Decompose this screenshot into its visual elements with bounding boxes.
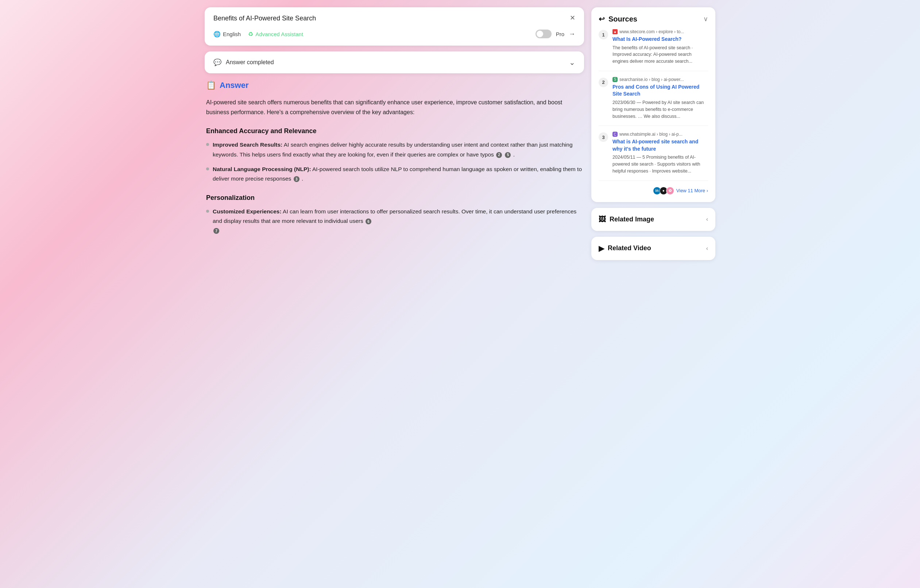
source-link-2[interactable]: Pros and Cons of Using AI Powered Site S… [612,84,708,98]
citation-3: 3 [294,176,300,182]
source-link-3[interactable]: What is AI-powered site search and why i… [612,138,708,152]
source-snippet-1: The benefits of AI-powered site search ·… [612,44,708,65]
related-image-card[interactable]: 🖼 Related Image ‹ [591,208,715,231]
submit-button[interactable]: → [569,30,575,38]
source-num-2: 2 [599,78,608,87]
source-domain-2: S searchanise.io › blog › ai-power... [612,77,708,82]
related-video-toggle-button[interactable]: ‹ [706,245,708,252]
related-image-heading: Related Image [609,215,654,223]
bullet-dot [206,167,209,170]
sources-card: ↩ Sources ∨ 1 ● www.sitecore.com › explo… [591,7,715,202]
bullet-list-1: Improved Search Results: AI search engin… [206,140,583,183]
source-item-2[interactable]: 2 S searchanise.io › blog › ai-power... … [599,77,708,126]
list-item: Improved Search Results: AI search engin… [206,140,583,159]
chat-icon: 💬 [214,58,222,66]
answer-heading-text: Answer [220,81,248,90]
sources-collapse-button[interactable]: ∨ [703,15,708,23]
source-link-1[interactable]: What Is AI-Powered Search? [612,36,708,43]
source-content-1: ● www.sitecore.com › explore › to... Wha… [612,29,708,65]
bullet-dot [206,210,209,213]
toolbar-right: Pro → [536,29,575,38]
section-title-2: Personalization [206,194,583,202]
section-title-1: Enhanced Accuracy and Relevance [206,127,583,135]
sources-heading-text: Sources [609,15,637,23]
avatar-group: in ● ✿ [654,187,674,195]
source-num-1: 1 [599,30,608,39]
answer-intro: AI-powered site search offers numerous b… [206,97,583,117]
assistant-icon: ♻ [248,31,253,37]
language-label: English [223,31,241,37]
video-icon: ▶ [599,244,604,253]
toggle-slider [536,29,552,38]
view-more-button[interactable]: View 11 More › [676,188,708,193]
source-item-3[interactable]: 3 C www.chatsimple.ai › blog › ai-p... W… [599,132,708,181]
answer-icon: 📋 [206,81,216,90]
source-domain-text-1: www.sitecore.com › explore › to... [619,29,684,34]
related-image-header: 🖼 Related Image ‹ [599,215,708,224]
related-video-heading: Related Video [608,245,651,252]
list-item: Customized Experiences: AI can learn fro… [206,207,583,236]
related-image-title: 🖼 Related Image [599,215,654,224]
related-image-toggle-button[interactable]: ‹ [706,216,708,222]
search-card: ✕ Benefits of AI-Powered Site Search 🌐 E… [205,7,584,45]
search-title: Benefits of AI-Powered Site Search [214,15,575,22]
bullet-list-2: Customized Experiences: AI can learn fro… [206,207,583,236]
list-item: Natural Language Processing (NLP): AI-po… [206,165,583,184]
source-date-2: 2023/06/30 [612,100,635,105]
pro-label: Pro [556,31,564,37]
source-favicon-3: C [612,132,617,137]
sources-title: ↩ Sources [599,15,637,23]
source-content-2: S searchanise.io › blog › ai-power... Pr… [612,77,708,120]
citation-7: 7 [214,228,219,234]
close-button[interactable]: ✕ [570,14,575,22]
answer-heading: 📋 Answer [206,81,583,90]
main-panel: ✕ Benefits of AI-Powered Site Search 🌐 E… [205,7,584,266]
source-snippet-2: 2023/06/30 — Powered by AI site search c… [612,99,708,120]
source-domain-text-3: www.chatsimple.ai › blog › ai-p... [619,132,682,137]
source-favicon-1: ● [612,29,617,34]
advanced-assistant-button[interactable]: ♻ Advanced Assistant [248,31,303,37]
assistant-label: Advanced Assistant [255,31,303,37]
view-more-row: in ● ✿ View 11 More › [599,187,708,195]
source-domain-text-2: searchanise.io › blog › ai-power... [619,77,684,82]
sources-header: ↩ Sources ∨ [599,15,708,23]
sidebar: ↩ Sources ∨ 1 ● www.sitecore.com › explo… [591,7,715,266]
avatar-pink: ✿ [666,187,674,195]
source-date-3: 2024/05/11 [612,155,635,160]
source-content-3: C www.chatsimple.ai › blog › ai-p... Wha… [612,132,708,174]
source-domain-3: C www.chatsimple.ai › blog › ai-p... [612,132,708,137]
answer-card-left: 💬 Answer completed [214,58,274,66]
related-video-title: ▶ Related Video [599,244,651,253]
related-video-card[interactable]: ▶ Related Video ‹ [591,237,715,260]
citation-6: 6 [366,219,371,224]
globe-icon: 🌐 [214,31,221,37]
language-selector[interactable]: 🌐 English [214,31,241,37]
list-item-text: Natural Language Processing (NLP): AI-po… [213,165,583,184]
sources-icon: ↩ [599,15,605,23]
answer-completed-card[interactable]: 💬 Answer completed ⌄ [205,52,584,73]
answer-section: 📋 Answer AI-powered site search offers n… [205,81,584,236]
citation-2: 2 [496,152,502,158]
list-item-text: Customized Experiences: AI can learn fro… [213,207,583,236]
source-favicon-2: S [612,77,617,82]
citation-5: 5 [505,152,511,158]
answer-status-label: Answer completed [226,59,274,66]
list-item-text: Improved Search Results: AI search engin… [213,140,583,159]
source-num-3: 3 [599,133,608,142]
pro-toggle[interactable] [536,29,552,38]
source-snippet-3: 2024/05/11 — 5 Promising benefits of AI-… [612,154,708,174]
source-domain-1: ● www.sitecore.com › explore › to... [612,29,708,34]
search-toolbar: 🌐 English ♻ Advanced Assistant Pro → [214,29,575,38]
image-icon: 🖼 [599,215,606,224]
expand-chevron-icon[interactable]: ⌄ [569,58,575,67]
source-item-1[interactable]: 1 ● www.sitecore.com › explore › to... W… [599,29,708,71]
bullet-dot [206,143,209,146]
related-video-header: ▶ Related Video ‹ [599,244,708,253]
toolbar-left: 🌐 English ♻ Advanced Assistant [214,31,303,37]
